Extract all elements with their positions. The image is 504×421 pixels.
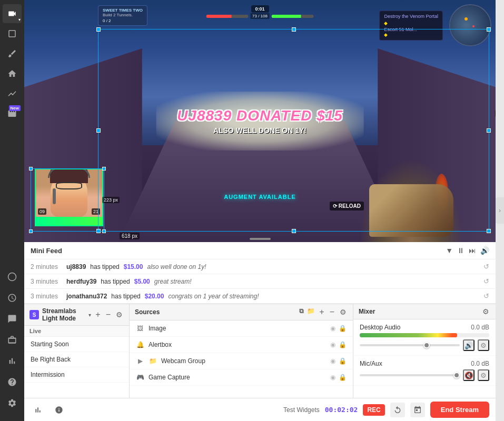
remove-source-button[interactable]: − xyxy=(329,307,335,317)
mixer-desktop-value: 0.0 dB xyxy=(471,324,489,331)
source-lock-gamecapture-icon[interactable]: 🔒 xyxy=(339,374,347,381)
sidebar-item-home[interactable] xyxy=(3,64,22,83)
status-left xyxy=(31,403,66,417)
donation-sub-text: ALSO WELL DONE ON 1Y! xyxy=(177,126,343,135)
streamlabs-logo: S xyxy=(29,310,39,319)
main-content: 0:01 73 / 108 SWEET TIMES TWO Build 2 Tu… xyxy=(24,0,496,421)
sources-copy-icon[interactable]: ⧉ xyxy=(299,307,304,317)
webcam-overlay[interactable]: 09 21 xyxy=(35,168,103,226)
source-visibility-gamecapture-icon[interactable]: ◉ xyxy=(330,374,335,381)
sources-folder-icon[interactable]: 📁 xyxy=(307,307,315,317)
test-widgets-label: Test Widgets xyxy=(283,406,320,414)
sidebar-item-studio[interactable]: ▾ xyxy=(3,4,22,23)
source-lock-icon[interactable]: 🔒 xyxy=(339,325,347,332)
info-icon-button[interactable] xyxy=(52,403,66,417)
webcam-source-icon: ▶ xyxy=(136,357,144,365)
dropdown-arrow-icon: ▾ xyxy=(88,312,91,318)
mixer-desktop-slider[interactable] xyxy=(360,344,460,346)
feed-user-2: jonathanu372 xyxy=(66,293,107,300)
feed-amount-2: $20.00 xyxy=(145,293,164,300)
sidebar-item-analytics[interactable] xyxy=(3,84,22,103)
mixer-settings-button[interactable]: ⚙ xyxy=(481,307,490,316)
sidebar-item-extensions[interactable] xyxy=(3,330,22,349)
sidebar-bottom xyxy=(3,267,22,417)
add-scene-button[interactable]: + xyxy=(94,310,101,319)
volume-icon[interactable]: 🔊 xyxy=(480,246,489,255)
source-settings-button[interactable]: ⚙ xyxy=(339,307,348,317)
feed-row-1: 3 minutes herdfuy39 has tipped $5.00 gre… xyxy=(24,274,496,289)
sidebar-top: ▾ New xyxy=(3,4,22,265)
preview-area: 0:01 73 / 108 SWEET TIMES TWO Build 2 Tu… xyxy=(24,0,496,242)
sidebar-item-editor[interactable] xyxy=(3,44,22,63)
mixer-desktop-label: Desktop Audio xyxy=(360,324,400,331)
mixer-mic-value: 0.0 dB xyxy=(471,360,489,367)
sidebar-item-settings[interactable] xyxy=(3,394,22,413)
source-item-webcam[interactable]: ▶ 📁 Webcam Group ◉ 🔒 xyxy=(130,353,353,369)
feed-action-1: has tipped xyxy=(101,278,130,285)
mini-feed-controls: ▼ ⏸ ⏭ 🔊 xyxy=(446,246,489,255)
mixer-mic-label: Mic/Aux xyxy=(360,360,382,367)
remove-scene-button[interactable]: − xyxy=(105,310,112,319)
calendar-button[interactable] xyxy=(410,403,425,417)
feed-row-2: 3 minutes jonathanu372 has tipped $20.00… xyxy=(24,289,496,304)
streamlabs-mode-name: Streamlabs Light Mode xyxy=(42,307,87,322)
mixer-panel: Mixer ⚙ Desktop Audio 0.0 dB xyxy=(353,304,496,398)
filter-icon[interactable]: ▼ xyxy=(446,246,453,255)
feed-time-0: 2 minutes xyxy=(31,263,62,270)
mixer-title: Mixer xyxy=(359,308,375,315)
mixer-mic-slider[interactable] xyxy=(360,374,460,376)
scenes-header-controls: + − ⚙ xyxy=(94,310,124,319)
source-visibility-webcam-icon[interactable]: ◉ xyxy=(330,357,335,365)
sidebar-item-help[interactable] xyxy=(3,373,22,392)
feed-user-0: uj8839 xyxy=(66,263,86,270)
feed-msg-1: great stream! xyxy=(154,278,192,285)
sidebar-item-highlights[interactable]: New xyxy=(3,104,22,123)
sidebar-item-schedule[interactable] xyxy=(3,288,22,307)
source-item-gamecapture[interactable]: 🎮 Game Capture ◉ 🔒 xyxy=(130,369,353,386)
gamecapture-source-icon: 🎮 xyxy=(136,373,144,382)
mixer-mic-mute[interactable]: 🔇 xyxy=(463,369,475,381)
game-canvas[interactable]: 0:01 73 / 108 SWEET TIMES TWO Build 2 Tu… xyxy=(24,0,496,242)
mixer-desktop-label-row: Desktop Audio 0.0 dB xyxy=(360,324,489,331)
sidebar-item-chat[interactable] xyxy=(3,309,22,328)
source-lock-webcam-icon[interactable]: 🔒 xyxy=(339,357,347,365)
feed-time-2: 3 minutes xyxy=(31,293,62,300)
scene-item-intermission[interactable]: Intermission xyxy=(24,367,129,383)
sidebar-item-status[interactable] xyxy=(3,267,22,286)
mixer-desktop-mute[interactable]: 🔊 xyxy=(463,339,475,351)
add-source-button[interactable]: + xyxy=(318,307,325,317)
rec-button[interactable]: REC xyxy=(363,404,384,416)
source-label-gamecapture: Game Capture xyxy=(149,374,190,381)
pause-icon[interactable]: ⏸ xyxy=(457,246,465,255)
minimap xyxy=(449,4,491,46)
right-collapse-handle[interactable]: › xyxy=(496,197,504,224)
replay-button[interactable] xyxy=(390,403,405,417)
scene-item-starting-soon[interactable]: Starting Soon xyxy=(24,337,129,352)
sidebar-item-stats[interactable] xyxy=(3,352,22,370)
source-item-alertbox[interactable]: 🔔 Alertbox ◉ 🔒 xyxy=(130,337,353,353)
source-visibility-alertbox-icon[interactable]: ◉ xyxy=(330,341,335,348)
mixer-desktop-controls: 🔊 ⚙ xyxy=(360,339,489,351)
stats-icon-button[interactable] xyxy=(31,403,45,417)
mode-dropdown[interactable]: Streamlabs Light Mode ▾ xyxy=(42,307,91,322)
feed-replay-0[interactable]: ↺ xyxy=(483,263,489,270)
source-lock-alertbox-icon[interactable]: 🔒 xyxy=(339,341,347,348)
streamlabs-header: S Streamlabs Light Mode ▾ + − ⚙ xyxy=(24,304,129,326)
mixer-mic-controls: 🔇 ⚙ xyxy=(360,369,489,381)
source-visibility-icon[interactable]: ◉ xyxy=(330,325,335,332)
sources-panel-header: Sources ⧉ 📁 + − ⚙ xyxy=(130,304,353,320)
end-stream-button[interactable]: End Stream xyxy=(430,402,489,418)
feed-replay-2[interactable]: ↺ xyxy=(483,292,489,300)
feed-msg-2: congrats on 1 year of streaming! xyxy=(168,293,259,300)
mixer-panel-header: Mixer ⚙ xyxy=(353,304,496,319)
feed-replay-1[interactable]: ↺ xyxy=(483,277,489,285)
mixer-mic-settings[interactable]: ⚙ xyxy=(478,369,489,381)
source-item-image[interactable]: 🖼 Image ◉ 🔒 xyxy=(130,320,353,337)
scene-item-be-right-back[interactable]: Be Right Back xyxy=(24,352,129,367)
preview-resize-handle[interactable] xyxy=(250,238,271,240)
skip-icon[interactable]: ⏭ xyxy=(469,246,476,255)
sidebar-item-layers[interactable] xyxy=(3,24,22,43)
mixer-desktop-settings[interactable]: ⚙ xyxy=(478,339,489,351)
source-label-webcam: Webcam Group xyxy=(161,357,205,365)
scene-settings-button[interactable]: ⚙ xyxy=(115,310,124,319)
